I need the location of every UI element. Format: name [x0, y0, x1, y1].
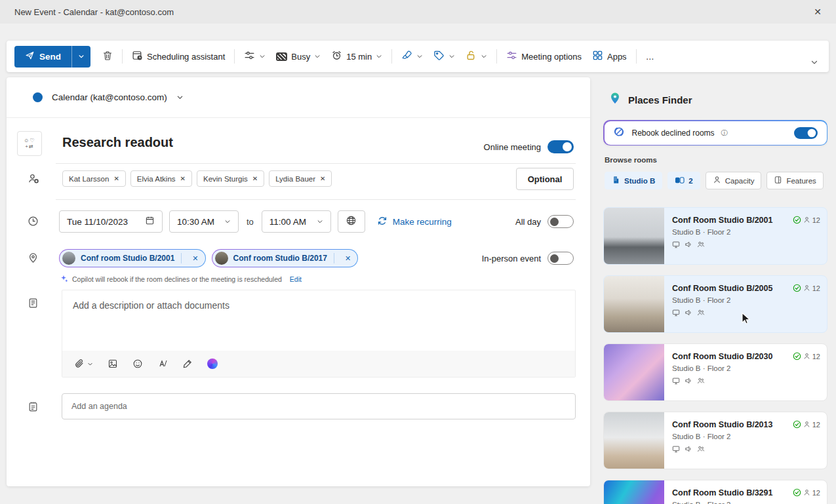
event-charm-picker[interactable]: ☺♡+⇄	[17, 131, 42, 156]
window-title: New Event - Calendar - kat@contoso.com	[14, 7, 174, 17]
filter-floor[interactable]: 2	[667, 172, 700, 189]
delete-button[interactable]	[97, 46, 118, 67]
room-filters: Studio B 2 Capacity Features	[605, 172, 824, 189]
close-icon[interactable]: ✕	[814, 7, 822, 17]
unlock-icon	[466, 50, 477, 63]
copilot-note-text: Copilot will rebook if the room declines…	[72, 275, 282, 283]
remove-attendee-icon[interactable]: ✕	[320, 175, 325, 182]
agenda-placeholder: Add an agenda	[71, 402, 127, 411]
room-location: Studio B · Floor 2	[672, 228, 730, 236]
room-card[interactable]: Conf Room Studio B/2001 12 Studio B · Fl…	[603, 207, 827, 265]
room-availability: 12	[793, 216, 820, 224]
sensitivity-lock-dropdown[interactable]	[460, 46, 492, 67]
all-day-toggle-group: All day	[515, 215, 574, 228]
event-title[interactable]: Research readout	[62, 135, 173, 150]
timezone-button[interactable]	[338, 210, 365, 233]
response-options-button[interactable]	[239, 46, 271, 67]
end-time-value: 11:00 AM	[269, 217, 306, 227]
room-location: Studio B · Floor 2	[672, 501, 730, 504]
show-as-busy-dropdown[interactable]: Busy	[271, 46, 326, 67]
calendar-clock-icon	[132, 50, 143, 63]
capacity-person-icon	[803, 489, 810, 496]
rebook-declined-rooms-card: Rebook declined rooms ⓘ	[605, 121, 827, 145]
all-day-toggle[interactable]	[547, 215, 574, 228]
filter-label: Features	[786, 177, 816, 185]
remove-room-icon[interactable]: ✕	[188, 254, 202, 263]
attendee-chip[interactable]: Lydia Bauer✕	[269, 170, 332, 187]
draw-pen-button[interactable]	[182, 359, 193, 369]
filter-label: Capacity	[725, 177, 755, 185]
info-icon[interactable]: ⓘ	[721, 128, 728, 138]
copilot-button[interactable]	[207, 359, 218, 369]
all-day-label: All day	[515, 217, 541, 227]
reminder-dropdown[interactable]: 15 min	[326, 46, 388, 67]
collapse-ribbon-button[interactable]	[810, 57, 818, 69]
attendee-chip[interactable]: Kevin Sturgis✕	[197, 170, 264, 187]
rebook-toggle[interactable]	[794, 127, 818, 139]
in-person-toggle-group: In-person event	[482, 252, 574, 265]
browse-rooms-label: Browse rooms	[605, 156, 657, 164]
remove-attendee-icon[interactable]: ✕	[180, 175, 186, 182]
remove-attendee-icon[interactable]: ✕	[252, 175, 258, 182]
room-chip[interactable]: Conf room Studio B/2017 ✕	[212, 250, 358, 267]
format-paintbrush-dropdown[interactable]	[396, 46, 428, 67]
toolbar-divider	[391, 49, 392, 64]
attach-file-button[interactable]	[74, 359, 93, 369]
make-recurring-button[interactable]: Make recurring	[377, 216, 452, 228]
overflow-menu-button[interactable]: …	[641, 46, 660, 67]
start-time-dropdown[interactable]: 10:30 AM	[169, 210, 239, 233]
room-photo	[604, 276, 664, 332]
remove-attendee-icon[interactable]: ✕	[113, 175, 119, 182]
available-check-icon	[793, 420, 801, 429]
online-meeting-toggle[interactable]	[547, 140, 574, 153]
room-location: Studio B · Floor 2	[672, 433, 730, 440]
toolbar-divider	[496, 49, 497, 64]
scheduling-assistant-button[interactable]: Scheduling assistant	[127, 46, 230, 67]
apps-button[interactable]: Apps	[587, 46, 632, 67]
send-button[interactable]: Send	[14, 46, 71, 68]
room-availability: 12	[793, 488, 820, 497]
room-card[interactable]: Conf Room Studio B/2005 12 Studio B · Fl…	[603, 275, 827, 333]
description-placeholder: Add a description or attach documents	[62, 290, 575, 320]
room-card[interactable]: Conf Room Studio B/2013 12 Studio B · Fl…	[603, 412, 827, 469]
online-meeting-toggle-group: Online meeting	[484, 140, 574, 153]
display-icon	[672, 309, 680, 317]
filter-capacity[interactable]: Capacity	[706, 172, 762, 189]
room-photo	[604, 344, 664, 400]
insert-image-button[interactable]	[108, 359, 118, 369]
agenda-input[interactable]: Add an agenda	[62, 393, 576, 419]
room-card[interactable]: Conf Room Studio B/3291 12 Studio B · Fl…	[603, 480, 827, 504]
room-card[interactable]: Conf Room Studio B/2030 12 Studio B · Fl…	[603, 343, 827, 401]
in-person-toggle[interactable]	[547, 252, 574, 265]
recurring-icon	[377, 216, 388, 228]
send-dropdown-button[interactable]	[71, 46, 90, 68]
calendar-selector[interactable]: Calendar (kat@contoso.com)	[7, 77, 590, 118]
categorize-tag-dropdown[interactable]	[428, 46, 460, 67]
room-availability: 12	[793, 352, 820, 360]
filter-features[interactable]: Features	[766, 172, 823, 189]
reminder-label: 15 min	[346, 52, 372, 62]
attendee-chip[interactable]: Elvia Atkins✕	[130, 170, 192, 187]
paperclip-icon	[74, 359, 85, 369]
rebook-card-border: Rebook declined rooms ⓘ	[603, 120, 827, 145]
calendar-color-dot	[33, 92, 43, 102]
people-icon	[697, 445, 705, 453]
chevron-down-icon	[87, 361, 93, 367]
chevron-down-icon	[416, 52, 423, 62]
rebook-label: Rebook declined rooms	[632, 128, 715, 138]
remove-room-icon[interactable]: ✕	[341, 254, 355, 263]
optional-attendees-button[interactable]: Optional	[516, 168, 574, 190]
event-form-panel: Calendar (kat@contoso.com) ☺♡+⇄ Research…	[7, 77, 590, 486]
copilot-icon	[612, 125, 626, 141]
description-editor[interactable]: Add a description or attach documents	[62, 290, 576, 378]
attendee-chip[interactable]: Kat Larsson✕	[62, 170, 126, 187]
edit-rebook-link[interactable]: Edit	[290, 275, 302, 283]
format-text-button[interactable]	[157, 359, 168, 369]
end-time-dropdown[interactable]: 11:00 AM	[262, 210, 331, 233]
date-picker[interactable]: Tue 11/10/2023	[59, 210, 163, 233]
display-icon	[672, 445, 680, 453]
room-chip[interactable]: Conf room Studio B/2001 ✕	[60, 250, 205, 267]
meeting-options-button[interactable]: Meeting options	[501, 46, 587, 67]
emoji-button[interactable]	[132, 359, 143, 369]
filter-building[interactable]: Studio B	[605, 172, 662, 189]
